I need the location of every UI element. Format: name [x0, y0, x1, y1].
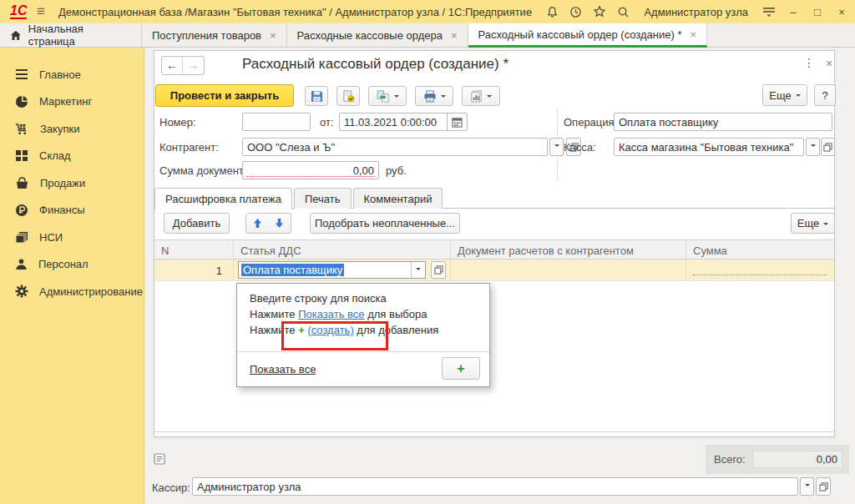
- sidebar-item-marketing[interactable]: Маркетинг: [0, 88, 144, 116]
- print-button[interactable]: [415, 86, 453, 106]
- gear-icon: [15, 285, 28, 298]
- tab-cash-order-create-label: Расходный кассовый ордер (создание) *: [478, 28, 682, 41]
- dds-article-cell-editor[interactable]: Оплата поставщику: [238, 261, 426, 279]
- sidebar-item-administration[interactable]: Администрирование: [0, 278, 144, 305]
- dropdown-caret-icon: [811, 144, 816, 149]
- form-close-icon[interactable]: ×: [826, 57, 832, 70]
- tab-cash-order-create[interactable]: Расходный кассовый ордер (создание) * ×: [468, 23, 708, 48]
- current-user[interactable]: Администратор узла: [640, 6, 751, 18]
- sidebar-item-sales[interactable]: Продажи: [0, 169, 144, 197]
- dropdown-caret-icon: [823, 223, 828, 228]
- maximize-button[interactable]: □: [811, 6, 824, 18]
- cashbox-input[interactable]: Касса магазина "Бытовая техника": [614, 138, 804, 156]
- hint-line-search: Введите строку для поиска: [250, 292, 387, 305]
- contractor-input[interactable]: ООО "Слеза и Ъ": [242, 138, 548, 156]
- tab-goods-receipts[interactable]: Поступления товаров ×: [142, 23, 287, 48]
- discussion-feed-icon[interactable]: [154, 453, 165, 467]
- dropdown-caret-icon: [441, 95, 446, 100]
- contractor-dropdown-button[interactable]: [549, 138, 564, 156]
- cashier-open-button[interactable]: [816, 477, 831, 496]
- hint-text: Нажмите: [250, 324, 298, 336]
- move-row-up-button[interactable]: [245, 213, 269, 234]
- sidebar-item-personnel[interactable]: Персонал: [0, 251, 144, 279]
- pick-unpaid-button[interactable]: Подобрать неоплаченные...: [310, 213, 460, 234]
- service-menu-icon[interactable]: [762, 6, 776, 18]
- date-input[interactable]: 11.03.2021 0:00:00: [339, 113, 448, 131]
- report-chart-icon: [470, 90, 483, 103]
- sidebar-item-purchases[interactable]: Закупки: [0, 115, 144, 143]
- titlebar-controls: Администратор узла – □ ×: [546, 0, 848, 23]
- operation-label: Операция:: [564, 116, 617, 129]
- dds-article-dropdown-popup: Введите строку для поиска Нажмите Показа…: [236, 283, 490, 387]
- cashbox-open-button[interactable]: [821, 138, 835, 156]
- table-more-button[interactable]: Еще: [791, 213, 835, 234]
- selected-text: Оплата поставщику: [241, 264, 344, 276]
- titlebar: 1С ≡ Демонстрационная база /Магазин "Быт…: [0, 0, 855, 23]
- search-icon[interactable]: [617, 6, 630, 18]
- cashbox-dropdown-button[interactable]: [806, 138, 820, 156]
- show-all-link[interactable]: Показать все: [250, 363, 316, 375]
- open-link-icon: [819, 482, 828, 491]
- reports-button[interactable]: [462, 86, 500, 106]
- sidebar-item-nsi[interactable]: НСИ: [0, 224, 144, 251]
- tab-payment-details[interactable]: Расшифровка платежа: [154, 188, 292, 209]
- sidebar-item-finance[interactable]: Финансы: [0, 197, 144, 224]
- tab-print[interactable]: Печать: [294, 188, 352, 209]
- sidebar-item-main[interactable]: Главное: [0, 61, 144, 88]
- back-arrow-button[interactable]: ←: [162, 57, 183, 74]
- cell-open-button[interactable]: [431, 261, 446, 279]
- tab-cash-orders-list[interactable]: Расходные кассовые ордера ×: [287, 23, 468, 48]
- forward-arrow-button[interactable]: →: [183, 57, 204, 74]
- cell-dropdown-button[interactable]: [411, 262, 425, 278]
- tab-home[interactable]: Начальная страница: [0, 23, 142, 48]
- sidebar: Главное Маркетинг Закупки Склад Продажи …: [0, 48, 144, 504]
- person-icon: [15, 258, 28, 270]
- column-header-dds-article[interactable]: Статья ДДС: [234, 240, 451, 260]
- main-menu-icon[interactable]: ≡: [37, 4, 45, 19]
- show-all-inline-link[interactable]: Показать все: [298, 308, 364, 320]
- sidebar-label: Склад: [39, 149, 71, 162]
- arrow-up-icon: [253, 218, 262, 229]
- add-row-button[interactable]: Добавить: [164, 213, 230, 234]
- cashier-input[interactable]: Администратор узла: [192, 477, 798, 496]
- table-row[interactable]: 1 Оплата поставщику: [154, 260, 834, 281]
- sidebar-item-warehouse[interactable]: Склад: [0, 143, 144, 170]
- save-button[interactable]: [305, 86, 328, 106]
- tab-close-icon[interactable]: ×: [270, 29, 276, 42]
- create-new-button[interactable]: +: [442, 357, 480, 380]
- column-header-n[interactable]: N: [154, 240, 234, 260]
- column-header-settlement-doc[interactable]: Документ расчетов с контрагентом: [451, 240, 686, 260]
- column-header-sum[interactable]: Сумма: [686, 240, 834, 260]
- minimize-button[interactable]: –: [787, 6, 800, 18]
- ruble-icon: [15, 204, 28, 217]
- dropdown-caret-icon: [805, 484, 810, 489]
- amount-input[interactable]: 0,00: [242, 161, 379, 179]
- favorites-star-icon[interactable]: [593, 5, 606, 18]
- cashier-dropdown-button[interactable]: [800, 477, 814, 496]
- calendar-picker-button[interactable]: [447, 113, 468, 131]
- help-button[interactable]: ?: [814, 84, 836, 106]
- tab-close-icon[interactable]: ×: [451, 29, 458, 42]
- tab-comment[interactable]: Комментарий: [353, 188, 443, 209]
- create-inline-link[interactable]: (создать): [307, 324, 353, 336]
- amount-label: Сумма документа:: [159, 164, 252, 177]
- post-document-button[interactable]: [336, 86, 360, 106]
- form-more-button[interactable]: Еще: [762, 84, 807, 106]
- operation-input[interactable]: Оплата поставщику: [614, 113, 832, 131]
- number-input[interactable]: [242, 113, 311, 131]
- post-and-close-button[interactable]: Провести и закрыть: [155, 84, 294, 107]
- form-menu-dots-icon[interactable]: ⋮: [803, 56, 815, 69]
- create-based-on-button[interactable]: [368, 86, 407, 106]
- tab-close-icon[interactable]: ×: [691, 28, 697, 41]
- form-title: Расходный кассовый ордер (создание) *: [242, 56, 508, 73]
- close-window-button[interactable]: ×: [835, 6, 848, 18]
- dropdown-caret-icon: [796, 94, 801, 99]
- dropdown-caret-icon: [487, 95, 492, 100]
- dropdown-caret-icon: [394, 95, 399, 100]
- plus-icon: +: [457, 361, 464, 376]
- move-row-down-button[interactable]: [268, 213, 291, 234]
- history-icon[interactable]: [569, 6, 582, 18]
- amount-value: 0,00: [353, 164, 374, 177]
- notifications-bell-icon[interactable]: [546, 6, 559, 18]
- grid-icon: [15, 149, 28, 162]
